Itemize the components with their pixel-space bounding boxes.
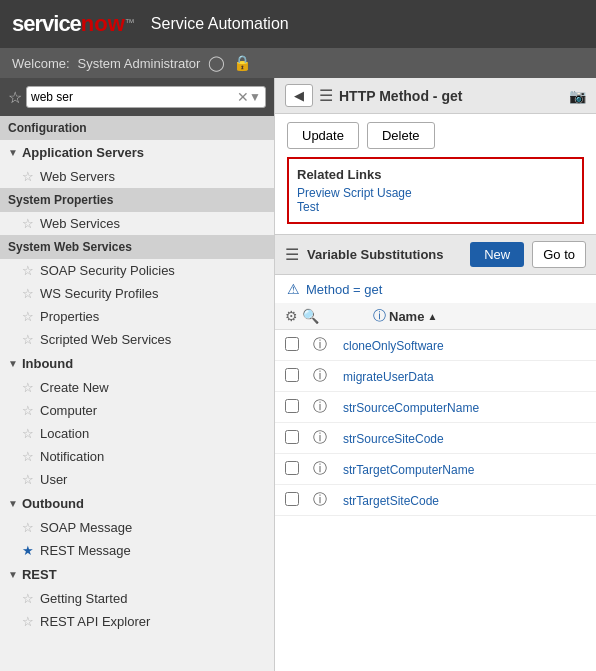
star-icon-filled[interactable]: ★ bbox=[22, 543, 34, 558]
update-button[interactable]: Update bbox=[287, 122, 359, 149]
related-link-test[interactable]: Test bbox=[297, 200, 574, 214]
name-col-label: Name bbox=[389, 309, 424, 324]
table-body: ⓘ cloneOnlySoftware ⓘ migrateUserData ⓘ … bbox=[275, 330, 596, 516]
attachment-icon[interactable]: 📷 bbox=[569, 88, 586, 104]
sidebar-item-web-servers[interactable]: ☆ Web Servers bbox=[0, 165, 274, 188]
row-info[interactable]: ⓘ bbox=[313, 336, 335, 354]
sidebar-section-configuration: Configuration bbox=[0, 116, 274, 140]
related-links-title: Related Links bbox=[297, 167, 574, 182]
content-toolbar: ◀ ☰ HTTP Method - get 📷 bbox=[275, 78, 596, 114]
star-icon[interactable]: ☆ bbox=[22, 520, 34, 535]
star-icon[interactable]: ☆ bbox=[22, 614, 34, 629]
search-clear-button[interactable]: ✕ bbox=[237, 89, 249, 105]
sidebar-item-label: REST Message bbox=[40, 543, 131, 558]
sidebar-item-label: Notification bbox=[40, 449, 104, 464]
row-info[interactable]: ⓘ bbox=[313, 460, 335, 478]
content-area: ◀ ☰ HTTP Method - get 📷 Update Delete Re… bbox=[275, 78, 596, 671]
sidebar-group-label: Inbound bbox=[22, 356, 73, 371]
row-checkbox[interactable] bbox=[285, 461, 299, 475]
name-col-info: ⓘ bbox=[373, 307, 386, 325]
row-name-link[interactable]: strTargetSiteCode bbox=[343, 494, 439, 508]
star-icon[interactable]: ☆ bbox=[22, 380, 34, 395]
sidebar-favorite-star[interactable]: ☆ bbox=[8, 88, 22, 107]
row-checkbox[interactable] bbox=[285, 430, 299, 444]
search-input[interactable] bbox=[31, 90, 237, 104]
user-icon[interactable]: ◯ bbox=[208, 54, 225, 72]
row-name-link[interactable]: migrateUserData bbox=[343, 370, 434, 384]
star-icon[interactable]: ☆ bbox=[22, 472, 34, 487]
logo-tm: ™ bbox=[125, 17, 135, 28]
row-checkbox[interactable] bbox=[285, 399, 299, 413]
sidebar-items: Configuration ▼ Application Servers ☆ We… bbox=[0, 116, 274, 633]
star-icon[interactable]: ☆ bbox=[22, 169, 34, 184]
row-name: cloneOnlySoftware bbox=[343, 338, 586, 353]
star-icon[interactable]: ☆ bbox=[22, 216, 34, 231]
sidebar: ☆ ✕ ▼ Configuration ▼ Application Server… bbox=[0, 78, 275, 671]
row-info[interactable]: ⓘ bbox=[313, 429, 335, 447]
sidebar-item-create-new[interactable]: ☆ Create New bbox=[0, 376, 274, 399]
row-checkbox[interactable] bbox=[285, 337, 299, 351]
sidebar-group-inbound[interactable]: ▼ Inbound bbox=[0, 351, 274, 376]
related-links-box: Related Links Preview Script Usage Test bbox=[287, 157, 584, 224]
sidebar-item-computer[interactable]: ☆ Computer bbox=[0, 399, 274, 422]
filter-text: Method = get bbox=[306, 282, 382, 297]
sidebar-item-label: REST API Explorer bbox=[40, 614, 150, 629]
star-icon[interactable]: ☆ bbox=[22, 403, 34, 418]
star-icon[interactable]: ☆ bbox=[22, 309, 34, 324]
related-link-preview-script[interactable]: Preview Script Usage bbox=[297, 186, 574, 200]
row-checkbox[interactable] bbox=[285, 492, 299, 506]
row-checkbox[interactable] bbox=[285, 368, 299, 382]
row-name: strTargetSiteCode bbox=[343, 493, 586, 508]
star-icon[interactable]: ☆ bbox=[22, 286, 34, 301]
gear-icon[interactable]: ⚙ bbox=[285, 308, 298, 324]
new-button[interactable]: New bbox=[470, 242, 524, 267]
sidebar-item-rest-api-explorer[interactable]: ☆ REST API Explorer bbox=[0, 610, 274, 633]
sidebar-item-notification[interactable]: ☆ Notification bbox=[0, 445, 274, 468]
action-bar: Update Delete bbox=[275, 114, 596, 157]
sidebar-group-application-servers[interactable]: ▼ Application Servers bbox=[0, 140, 274, 165]
filter-row: ⚠ Method = get bbox=[275, 275, 596, 303]
sidebar-section-system-properties: System Properties bbox=[0, 188, 274, 212]
star-icon[interactable]: ☆ bbox=[22, 332, 34, 347]
back-button[interactable]: ◀ bbox=[285, 84, 313, 107]
star-icon[interactable]: ☆ bbox=[22, 449, 34, 464]
sidebar-item-properties[interactable]: ☆ Properties bbox=[0, 305, 274, 328]
goto-button[interactable]: Go to bbox=[532, 241, 586, 268]
sidebar-item-scripted-web-services[interactable]: ☆ Scripted Web Services bbox=[0, 328, 274, 351]
lock-icon[interactable]: 🔒 bbox=[233, 54, 252, 72]
star-icon[interactable]: ☆ bbox=[22, 591, 34, 606]
table-row: ⓘ cloneOnlySoftware bbox=[275, 330, 596, 361]
star-icon[interactable]: ☆ bbox=[22, 263, 34, 278]
row-name: strSourceComputerName bbox=[343, 400, 586, 415]
delete-button[interactable]: Delete bbox=[367, 122, 435, 149]
table-row: ⓘ strSourceSiteCode bbox=[275, 423, 596, 454]
sidebar-item-soap-message[interactable]: ☆ SOAP Message bbox=[0, 516, 274, 539]
row-name-link[interactable]: cloneOnlySoftware bbox=[343, 339, 444, 353]
sidebar-item-getting-started[interactable]: ☆ Getting Started bbox=[0, 587, 274, 610]
sidebar-item-ws-security[interactable]: ☆ WS Security Profiles bbox=[0, 282, 274, 305]
sidebar-item-user[interactable]: ☆ User bbox=[0, 468, 274, 491]
sidebar-group-outbound[interactable]: ▼ Outbound bbox=[0, 491, 274, 516]
sidebar-group-rest[interactable]: ▼ REST bbox=[0, 562, 274, 587]
sidebar-item-web-services[interactable]: ☆ Web Services bbox=[0, 212, 274, 235]
row-name-link[interactable]: strTargetComputerName bbox=[343, 463, 474, 477]
row-name-link[interactable]: strSourceSiteCode bbox=[343, 432, 444, 446]
row-info[interactable]: ⓘ bbox=[313, 491, 335, 509]
filter-icon[interactable]: ⚠ bbox=[287, 281, 300, 297]
column-header-name[interactable]: ⓘ Name ▲ bbox=[373, 307, 437, 325]
star-icon[interactable]: ☆ bbox=[22, 426, 34, 441]
row-info[interactable]: ⓘ bbox=[313, 398, 335, 416]
sidebar-item-label: SOAP Security Policies bbox=[40, 263, 175, 278]
sidebar-item-soap-security[interactable]: ☆ SOAP Security Policies bbox=[0, 259, 274, 282]
sort-arrow-icon: ▲ bbox=[427, 311, 437, 322]
table-header: ⚙ 🔍 ⓘ Name ▲ bbox=[275, 303, 596, 330]
row-name-link[interactable]: strSourceComputerName bbox=[343, 401, 479, 415]
table-row: ⓘ strSourceComputerName bbox=[275, 392, 596, 423]
sidebar-item-location[interactable]: ☆ Location bbox=[0, 422, 274, 445]
row-name: strSourceSiteCode bbox=[343, 431, 586, 446]
sidebar-item-rest-message[interactable]: ★ REST Message bbox=[0, 539, 274, 562]
search-dropdown-button[interactable]: ▼ bbox=[249, 90, 261, 104]
row-info[interactable]: ⓘ bbox=[313, 367, 335, 385]
sidebar-item-label: Scripted Web Services bbox=[40, 332, 171, 347]
search-col-icon[interactable]: 🔍 bbox=[302, 308, 319, 324]
